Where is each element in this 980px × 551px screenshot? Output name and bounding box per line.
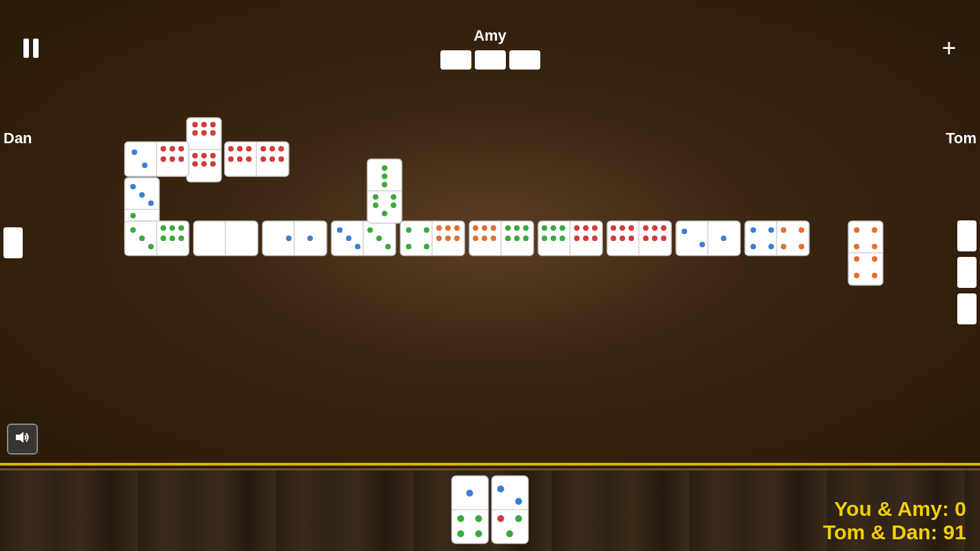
svg-point-147: [768, 227, 774, 233]
svg-point-83: [391, 202, 396, 208]
domino-r4: [331, 220, 396, 256]
svg-marker-3: [16, 432, 23, 443]
svg-point-170: [476, 530, 482, 537]
svg-point-119: [574, 225, 580, 231]
svg-point-7: [201, 122, 207, 127]
svg-point-66: [307, 236, 313, 241]
svg-point-90: [424, 244, 429, 249]
svg-point-169: [458, 530, 465, 537]
hand-domino-2[interactable]: [491, 475, 529, 544]
svg-point-37: [237, 146, 243, 152]
svg-point-102: [473, 236, 478, 241]
svg-point-36: [228, 146, 234, 152]
svg-point-131: [620, 236, 625, 241]
svg-point-106: [514, 225, 520, 231]
svg-point-6: [192, 122, 198, 127]
svg-point-92: [445, 225, 451, 231]
svg-point-23: [170, 146, 175, 152]
svg-point-109: [514, 236, 520, 241]
dan-card-1: [3, 227, 23, 258]
tom-card-2: [957, 257, 977, 288]
svg-point-16: [201, 161, 207, 167]
add-icon: +: [941, 36, 956, 61]
svg-point-134: [652, 225, 657, 231]
hand-domino-1[interactable]: [451, 475, 489, 544]
svg-point-27: [178, 156, 184, 162]
svg-point-58: [161, 236, 166, 241]
domino-r3: [262, 220, 327, 256]
svg-point-151: [799, 227, 804, 233]
svg-point-128: [620, 225, 625, 231]
domino-26-h: [124, 141, 190, 177]
svg-point-31: [269, 146, 275, 152]
svg-point-44: [130, 184, 136, 189]
svg-point-38: [246, 146, 252, 152]
svg-point-177: [507, 530, 513, 537]
svg-point-120: [583, 225, 589, 231]
sound-button[interactable]: [7, 424, 38, 455]
svg-point-108: [505, 236, 511, 241]
svg-point-115: [560, 225, 565, 231]
svg-point-122: [574, 236, 580, 241]
score-tom-dan: Tom & Dan: 91: [823, 521, 966, 544]
svg-point-72: [367, 227, 373, 233]
domino-66-h2: [224, 141, 289, 177]
dan-cards: [3, 227, 23, 261]
pause-bar-left: [23, 39, 29, 58]
svg-point-15: [192, 161, 198, 167]
svg-point-11: [210, 130, 216, 136]
svg-point-14: [210, 153, 216, 158]
svg-point-35: [278, 156, 284, 162]
amy-card-1: [440, 50, 471, 70]
svg-point-71: [355, 244, 360, 249]
svg-point-77: [382, 165, 387, 171]
svg-point-105: [505, 225, 511, 231]
svg-point-53: [139, 236, 145, 241]
amy-card-2: [475, 50, 506, 70]
svg-point-148: [751, 244, 756, 249]
svg-point-25: [161, 156, 166, 162]
svg-point-89: [406, 244, 411, 249]
svg-point-159: [872, 244, 877, 249]
svg-point-81: [391, 194, 396, 200]
add-button[interactable]: +: [932, 31, 966, 65]
svg-point-59: [170, 236, 175, 241]
pause-bar-right: [33, 39, 39, 58]
svg-point-99: [473, 225, 478, 231]
svg-point-33: [261, 156, 266, 162]
sound-icon: [14, 430, 31, 448]
tom-label: Tom: [946, 129, 977, 147]
svg-point-101: [491, 225, 496, 231]
svg-point-158: [854, 244, 859, 249]
pause-button[interactable]: [14, 31, 48, 65]
domino-r10: [744, 220, 810, 256]
svg-point-88: [424, 227, 429, 233]
svg-point-39: [228, 156, 234, 162]
svg-point-57: [178, 225, 184, 231]
amy-cards: [440, 50, 540, 70]
svg-point-130: [611, 236, 616, 241]
svg-point-166: [467, 490, 473, 497]
svg-point-175: [498, 515, 504, 522]
svg-point-176: [515, 515, 522, 522]
domino-v1: [367, 158, 402, 224]
svg-point-161: [872, 256, 877, 262]
svg-point-132: [629, 236, 634, 241]
domino-r1: [124, 220, 190, 256]
domino-v2: [848, 220, 884, 286]
domino-r5: [400, 220, 465, 256]
svg-point-10: [201, 130, 207, 136]
svg-point-87: [406, 227, 411, 233]
score-you-amy: You & Amy: 0: [823, 497, 966, 521]
svg-point-138: [661, 236, 666, 241]
svg-point-22: [161, 146, 166, 152]
player-hand: [451, 475, 529, 544]
svg-point-21: [142, 163, 147, 168]
dan-label: Dan: [3, 129, 32, 147]
domino-r9: [675, 220, 741, 256]
svg-point-26: [170, 156, 175, 162]
svg-point-174: [515, 498, 522, 505]
svg-point-153: [799, 244, 804, 249]
tom-card-1: [957, 220, 977, 251]
svg-point-118: [560, 236, 565, 241]
